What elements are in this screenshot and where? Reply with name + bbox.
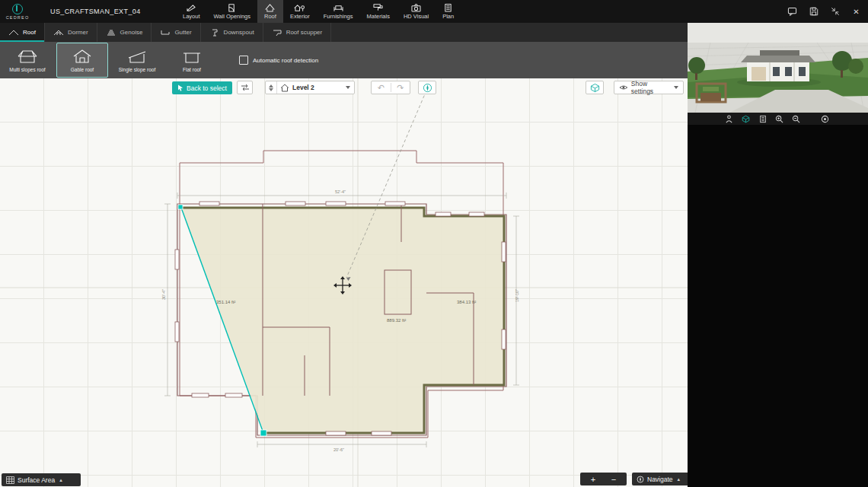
- minus-icon: −: [611, 475, 616, 484]
- main-nav-tab-plan[interactable]: Plan: [436, 0, 461, 23]
- floor-plan-drawing[interactable]: 52'-4" 30'-4" 20'-6" 19'-10" 351.14 ft² …: [0, 78, 688, 487]
- ribbon-tab-label: Gutter: [174, 29, 191, 36]
- flip-plan-button[interactable]: [237, 81, 253, 94]
- genoise-icon: [106, 29, 116, 37]
- save-icon[interactable]: [808, 6, 819, 18]
- level-value: Level 2: [292, 84, 314, 91]
- roof-gable-icon: [8, 29, 19, 37]
- comment-icon[interactable]: [787, 6, 798, 18]
- main-nav-label: Roof: [264, 13, 276, 20]
- cube-3d-icon: [590, 83, 600, 93]
- zoom-out-button[interactable]: −: [601, 473, 627, 485]
- ribbon-tab-label: Dormer: [68, 29, 88, 36]
- view-plan-icon[interactable]: [758, 114, 767, 124]
- cedreo-app-window: CEDREO US_CRAFTSMAN_EXT_04 Layout Wall O…: [0, 0, 868, 487]
- compass-icon: [423, 83, 432, 93]
- main-nav-tab-layout[interactable]: Layout: [176, 0, 207, 23]
- eye-icon: [619, 84, 628, 91]
- single-slope-roof-icon: [126, 48, 148, 65]
- cedreo-logo-icon: [12, 4, 23, 14]
- surface-area-label: Surface Area: [18, 476, 55, 484]
- sofa-icon: [333, 3, 344, 12]
- close-icon[interactable]: ✕: [850, 6, 862, 18]
- orbit-control-icon[interactable]: [820, 114, 830, 124]
- roof-icon: [264, 3, 276, 12]
- ribbon-tab-roof-scupper[interactable]: Roof scupper: [263, 23, 332, 42]
- main-nav-label: Exterior: [290, 13, 310, 20]
- main-navigation: Layout Wall Openings Roof Exterior Furni…: [176, 0, 461, 23]
- navigate-button[interactable]: Navigate ▴: [632, 473, 691, 485]
- automatic-roof-detection-checkbox[interactable]: Automatic roof detection: [239, 56, 318, 65]
- ribbon-tab-genoise[interactable]: Genoise: [97, 23, 152, 42]
- show-settings-button[interactable]: Show settings: [614, 81, 684, 94]
- roof-edge-handle-end[interactable]: [260, 430, 266, 436]
- restore-window-icon[interactable]: [829, 6, 841, 18]
- door-icon: [226, 3, 238, 12]
- gable-roof-footprint[interactable]: [181, 208, 504, 433]
- 3d-preview-panel: [688, 23, 868, 487]
- preview-zoom-in-icon[interactable]: [774, 114, 784, 124]
- main-nav-label: HD Visual: [404, 13, 429, 20]
- main-nav-tab-exterior[interactable]: Exterior: [283, 0, 317, 23]
- dimension-label-left: 30'-4": [161, 289, 166, 300]
- back-to-select-label: Back to select: [187, 84, 227, 92]
- camera-icon: [410, 3, 422, 12]
- multi-slopes-roof-icon: [16, 48, 39, 65]
- ribbon-tab-roof[interactable]: Roof: [0, 23, 45, 42]
- sync-3d-view-button[interactable]: [586, 81, 604, 94]
- preview-zoom-out-icon[interactable]: [791, 114, 801, 124]
- chevron-down-icon: [674, 86, 678, 89]
- tool-single-slope-roof[interactable]: Single slope roof: [111, 43, 163, 78]
- level-up-icon[interactable]: [269, 84, 273, 88]
- ribbon-tab-dormer[interactable]: Dormer: [45, 23, 97, 42]
- undo-redo-group: ↶ ↷: [371, 81, 410, 94]
- preview-toolbar: [688, 113, 868, 125]
- 3d-preview-viewport[interactable]: [688, 23, 868, 113]
- tool-multi-slopes-roof[interactable]: Multi slopes roof: [2, 43, 53, 78]
- house-tree-icon: [294, 3, 305, 12]
- level-selector[interactable]: Level 2: [265, 81, 355, 94]
- roof-edge-handle-start[interactable]: [178, 205, 183, 209]
- level-down-icon[interactable]: [269, 88, 273, 91]
- surface-area-button[interactable]: Surface Area ▴: [2, 473, 81, 486]
- main-nav-label: Wall Openings: [214, 13, 251, 20]
- view-3d-icon[interactable]: [741, 114, 751, 124]
- downspout-icon: [209, 29, 220, 37]
- main-nav-tab-furnishings[interactable]: Furnishings: [317, 0, 360, 23]
- cedreo-logo[interactable]: CEDREO: [0, 4, 35, 20]
- top-bar: CEDREO US_CRAFTSMAN_EXT_04 Layout Wall O…: [0, 0, 868, 23]
- main-nav-label: Layout: [183, 13, 200, 20]
- compass-orientation-button[interactable]: [418, 81, 436, 94]
- back-to-select-button[interactable]: Back to select: [172, 81, 232, 94]
- tool-flat-roof[interactable]: Flat roof: [166, 43, 218, 78]
- room-area-label: 351.14 ft²: [216, 300, 235, 304]
- redo-button[interactable]: ↷: [391, 81, 410, 94]
- main-nav-label: Furnishings: [324, 13, 353, 20]
- cursor-pointer-icon: [177, 84, 183, 91]
- tool-gable-roof[interactable]: Gable roof: [56, 43, 108, 78]
- plan-canvas[interactable]: 52'-4" 30'-4" 20'-6" 19'-10" 351.14 ft² …: [0, 78, 688, 487]
- caret-up-icon: ▴: [59, 477, 62, 483]
- dormer-icon: [53, 29, 64, 37]
- tool-label: Multi slopes roof: [9, 67, 45, 72]
- ribbon-tab-gutter[interactable]: Gutter: [152, 23, 200, 42]
- tool-label: Single slope roof: [119, 67, 155, 72]
- main-nav-tab-materials[interactable]: Materials: [360, 0, 397, 23]
- main-nav-tab-hd-visual[interactable]: HD Visual: [397, 0, 436, 23]
- gable-roof-icon: [71, 48, 94, 65]
- main-nav-tab-roof[interactable]: Roof: [257, 0, 283, 23]
- dimension-label-right: 19'-10": [515, 289, 519, 302]
- undo-button[interactable]: ↶: [372, 81, 391, 94]
- grid-table-icon: [6, 476, 14, 484]
- walkthrough-person-icon[interactable]: [724, 114, 734, 124]
- navigate-compass-icon: [637, 476, 644, 483]
- checkbox-box[interactable]: [239, 56, 248, 65]
- navigate-label: Navigate: [647, 476, 673, 483]
- project-name: US_CRAFTSMAN_EXT_04: [50, 8, 141, 15]
- ribbon-tab-label: Downspout: [224, 29, 254, 36]
- room-area-label: 384.13 ft²: [457, 300, 476, 304]
- level-stepper[interactable]: [266, 81, 277, 94]
- ribbon-tab-downspout[interactable]: Downspout: [201, 23, 263, 42]
- dimension-label-top: 52'-4": [335, 189, 346, 194]
- main-nav-tab-wall-openings[interactable]: Wall Openings: [207, 0, 258, 23]
